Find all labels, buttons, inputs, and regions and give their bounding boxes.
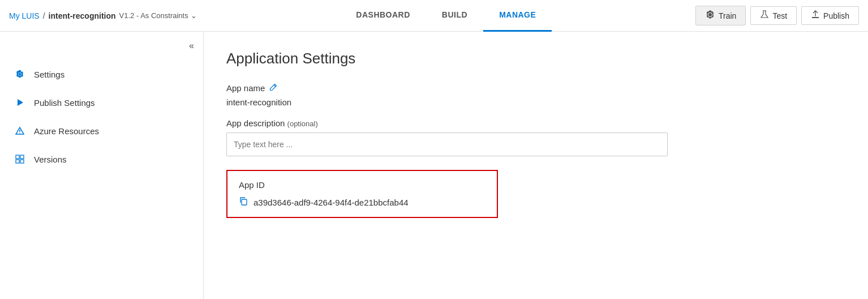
test-label: Test xyxy=(772,11,787,20)
my-luis-link[interactable]: My LUIS xyxy=(9,11,40,20)
svg-rect-4 xyxy=(16,155,19,159)
azure-resources-label: Azure Resources xyxy=(34,126,99,136)
chevron-down-icon: ⌄ xyxy=(191,11,197,20)
settings-label: Settings xyxy=(34,70,65,79)
tab-dashboard[interactable]: DASHBOARD xyxy=(340,0,426,32)
train-label: Train xyxy=(719,11,736,20)
app-id-value: a39d3646-adf9-4264-94f4-de21bbcfab44 xyxy=(239,197,485,208)
test-button[interactable]: Test xyxy=(750,6,797,25)
breadcrumb-separator: / xyxy=(43,11,45,20)
page-title: Application Settings xyxy=(226,50,845,67)
train-button[interactable]: Train xyxy=(695,6,746,25)
breadcrumb: My LUIS / intent-recognition V1.2 - As C… xyxy=(9,11,197,20)
sidebar-nav: Settings Publish Settings xyxy=(0,32,203,173)
svg-marker-0 xyxy=(18,99,23,106)
publish-button[interactable]: Publish xyxy=(801,6,859,25)
play-icon xyxy=(14,96,26,109)
train-gear-icon xyxy=(705,10,715,22)
app-description-label: App description (optional) xyxy=(226,118,845,128)
app-id-box: App ID a39d3646-adf9-4264-94f4-de21bbcfa… xyxy=(226,170,498,218)
versions-label: Versions xyxy=(34,155,67,164)
sidebar-item-settings[interactable]: Settings xyxy=(0,60,203,88)
sidebar-item-azure-resources[interactable]: Azure Resources xyxy=(0,117,203,145)
app-id-label: App ID xyxy=(239,180,485,190)
main-layout: « Settings Publish Settings xyxy=(0,32,868,299)
gear-icon xyxy=(14,68,26,80)
publish-upload-icon xyxy=(811,10,820,21)
publish-label: Publish xyxy=(823,11,849,20)
tab-manage[interactable]: MANAGE xyxy=(483,0,552,32)
publish-settings-label: Publish Settings xyxy=(34,98,95,108)
svg-rect-6 xyxy=(16,160,19,163)
svg-point-3 xyxy=(19,133,20,134)
sidebar: « Settings Publish Settings xyxy=(0,32,204,299)
sidebar-item-publish-settings[interactable]: Publish Settings xyxy=(0,88,203,117)
edit-app-name-icon[interactable] xyxy=(269,83,277,93)
sidebar-collapse-button[interactable]: « xyxy=(189,41,194,51)
content-area: Application Settings App name intent-rec… xyxy=(204,32,868,299)
tab-build[interactable]: BUILD xyxy=(426,0,483,32)
nav-tabs: DASHBOARD BUILD MANAGE xyxy=(340,0,552,32)
test-flask-icon xyxy=(760,10,769,21)
optional-label: (optional) xyxy=(287,119,318,128)
copy-icon[interactable] xyxy=(239,197,248,208)
top-nav: My LUIS / intent-recognition V1.2 - As C… xyxy=(0,0,868,32)
nav-actions: Train Test Publish xyxy=(695,6,859,25)
svg-rect-5 xyxy=(20,155,24,159)
version-label: V1.2 - As Constraints xyxy=(119,11,188,20)
app-description-input[interactable] xyxy=(226,133,668,156)
app-name-value: intent-recognition xyxy=(226,97,845,107)
app-id-text: a39d3646-adf9-4264-94f4-de21bbcfab44 xyxy=(253,198,409,207)
sidebar-item-versions[interactable]: Versions xyxy=(0,145,203,173)
svg-rect-7 xyxy=(20,160,24,163)
triangle-icon xyxy=(14,125,26,137)
app-name-label: App name xyxy=(226,83,845,93)
version-badge[interactable]: V1.2 - As Constraints ⌄ xyxy=(119,11,197,20)
app-name-breadcrumb: intent-recognition xyxy=(49,11,116,20)
svg-rect-8 xyxy=(242,199,247,205)
grid-icon xyxy=(14,153,26,165)
